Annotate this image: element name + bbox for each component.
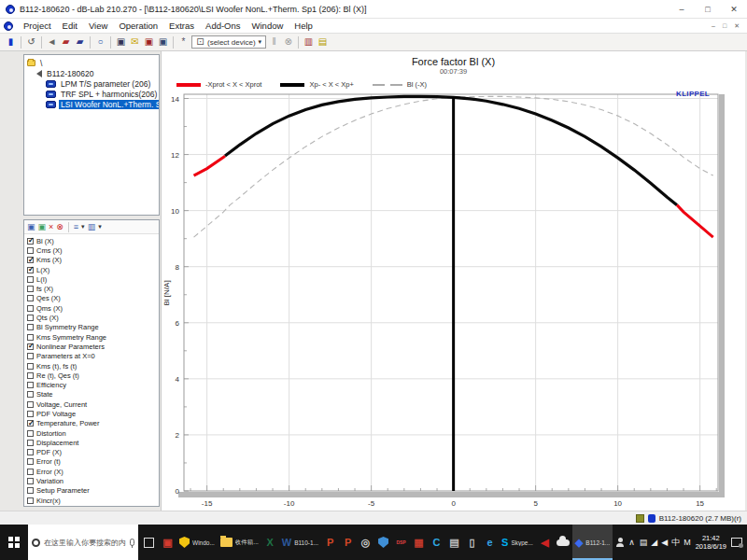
pause-icon[interactable]: ‖: [267, 35, 281, 49]
start-button[interactable]: [0, 525, 28, 560]
parameter-row[interactable]: Qms (X): [27, 303, 159, 313]
stop-icon[interactable]: ⊗: [281, 35, 295, 49]
hardware-icon[interactable]: ▰: [59, 35, 73, 49]
checkbox-unchecked[interactable]: [27, 247, 34, 254]
parameter-row[interactable]: Kincr(x): [27, 496, 159, 505]
manual-icon[interactable]: ▤: [316, 35, 330, 49]
taskbar-search[interactable]: 在这里输入你要搜索的内容: [28, 525, 138, 560]
parameter-row[interactable]: fs (X): [27, 284, 159, 293]
search-icon[interactable]: ○: [93, 35, 107, 49]
checkbox-unchecked[interactable]: [27, 382, 34, 388]
checkbox-checked[interactable]: [27, 257, 34, 263]
select-device-dropdown[interactable]: ⊡ (select device) ▾: [191, 35, 266, 49]
parameter-row[interactable]: Cms (X): [27, 245, 159, 255]
checkbox-unchecked[interactable]: [27, 391, 34, 398]
parameter-row[interactable]: Distortion: [27, 428, 159, 438]
parameter-row[interactable]: Displacement: [27, 438, 159, 447]
parameter-row[interactable]: Nonlinear Parameters: [27, 342, 159, 351]
parameter-row[interactable]: Efficiency: [27, 380, 159, 389]
taskbar-app-media-app[interactable]: ▣: [159, 525, 176, 560]
maximize-button[interactable]: □: [695, 0, 721, 18]
checkbox-unchecked[interactable]: [27, 276, 34, 283]
checkbox-checked[interactable]: [27, 267, 34, 273]
menu-help[interactable]: Help: [289, 21, 318, 31]
taskbar-app-security-app[interactable]: [374, 525, 392, 560]
taskbar-app-red-tool[interactable]: ▦: [410, 525, 428, 560]
close-button[interactable]: ✕: [721, 0, 747, 18]
menu-edit[interactable]: Edit: [57, 21, 83, 31]
mail-icon[interactable]: ✉: [128, 35, 142, 49]
tree-operation-2[interactable]: TRF SPL + harmonics(206): [27, 89, 159, 99]
driver-icon[interactable]: ▰: [73, 35, 87, 49]
parameter-row[interactable]: State: [27, 390, 159, 399]
parameter-row[interactable]: Parameters at X=0: [27, 352, 159, 361]
parameter-row[interactable]: Qts (X): [27, 313, 159, 322]
taskbar-app-edge-browser[interactable]: e: [481, 525, 499, 560]
taskbar-app-powerpoint-2[interactable]: P: [339, 525, 357, 560]
task-view-button[interactable]: [138, 525, 159, 560]
delete-result-icon[interactable]: ×: [49, 223, 53, 231]
parameter-row[interactable]: Kms (t), fs (t): [27, 361, 159, 371]
dock-window-icon[interactable]: ▣: [38, 223, 47, 231]
tray-icon-1[interactable]: ◢: [651, 538, 657, 547]
checkbox-unchecked[interactable]: [27, 363, 34, 370]
parameter-row[interactable]: Kms (X): [27, 256, 159, 265]
clear-all-icon[interactable]: ⊗: [56, 223, 63, 231]
tree-operation-1[interactable]: LPM T/S parameter (206): [27, 78, 159, 89]
checkbox-unchecked[interactable]: [27, 449, 34, 455]
mdi-control-2[interactable]: ✕: [734, 22, 740, 30]
people-icon[interactable]: [616, 543, 624, 547]
tree-device[interactable]: B112-180620: [27, 68, 159, 78]
taskbar-app-excel[interactable]: X: [261, 525, 279, 560]
action-center-icon[interactable]: [731, 538, 742, 547]
minimize-button[interactable]: –: [669, 0, 695, 18]
parameter-row[interactable]: Re (t), Qes (t): [27, 371, 159, 380]
parameter-row[interactable]: L(I): [27, 274, 159, 284]
menu-extras[interactable]: Extras: [163, 21, 200, 31]
report-icon[interactable]: ▥: [302, 35, 316, 49]
checkbox-unchecked[interactable]: [27, 324, 34, 330]
speaker-test-icon[interactable]: ◄: [45, 35, 59, 49]
taskbar-app-word[interactable]: WB110-1...: [279, 525, 321, 560]
taskbar-app-dsp-tool[interactable]: DSP: [392, 525, 410, 560]
checkbox-unchecked[interactable]: [27, 372, 34, 379]
save-icon[interactable]: ▣: [114, 35, 128, 49]
tray-icon-3[interactable]: 中: [671, 537, 680, 549]
parameter-row[interactable]: Variation: [27, 476, 159, 485]
taskbar-app-cleaner-app[interactable]: C: [428, 525, 445, 560]
taskbar-app-camera-app[interactable]: ◎: [357, 525, 374, 560]
checkbox-unchecked[interactable]: [27, 315, 34, 321]
checkbox-unchecked[interactable]: [27, 286, 34, 292]
display-mode-menu[interactable]: ≡: [74, 223, 78, 231]
undo-icon[interactable]: ↺: [24, 35, 38, 49]
checkbox-unchecked[interactable]: [27, 469, 34, 475]
tray-icon-4[interactable]: M: [684, 538, 691, 547]
taskbar-app-skype[interactable]: SSkype...: [499, 525, 536, 560]
taskbar-clock[interactable]: 21:42 2018/6/19: [696, 534, 726, 552]
parameter-row[interactable]: Bl Symmetry Range: [27, 323, 159, 332]
parameter-row[interactable]: Setup Parameter: [27, 486, 159, 496]
checkbox-unchecked[interactable]: [27, 295, 34, 301]
taskbar-app-onedrive[interactable]: [554, 525, 572, 560]
checkbox-checked[interactable]: [27, 238, 34, 245]
menu-operation[interactable]: Operation: [113, 21, 163, 31]
checkbox-checked[interactable]: [27, 420, 34, 427]
parameter-row[interactable]: L(X): [27, 265, 159, 274]
checkbox-unchecked[interactable]: [27, 458, 34, 465]
settings-icon[interactable]: *: [176, 35, 190, 49]
checkbox-unchecked[interactable]: [27, 430, 34, 437]
checkbox-checked[interactable]: [27, 343, 34, 350]
taskbar-app-gray-tool[interactable]: ▤: [445, 525, 463, 560]
tray-icon-0[interactable]: ▤: [640, 538, 648, 547]
column-layout-menu[interactable]: ▥: [88, 223, 96, 231]
parameter-row[interactable]: Temperature, Power: [27, 419, 159, 428]
checkbox-unchecked[interactable]: [27, 334, 34, 341]
parameter-row[interactable]: Error (t): [27, 457, 159, 467]
parameter-row[interactable]: Bl (X): [27, 236, 159, 245]
parameter-row[interactable]: Voltage, Current: [27, 399, 159, 409]
float-window-icon[interactable]: ▣: [27, 223, 35, 231]
tree-operation-3[interactable]: LSI Woofer NonL.+Therm. Sp1 (206): [27, 99, 159, 109]
tray-icon-2[interactable]: ◀: [661, 538, 668, 547]
microphone-icon[interactable]: [130, 539, 134, 546]
parameter-row[interactable]: PDF (X): [27, 448, 159, 457]
